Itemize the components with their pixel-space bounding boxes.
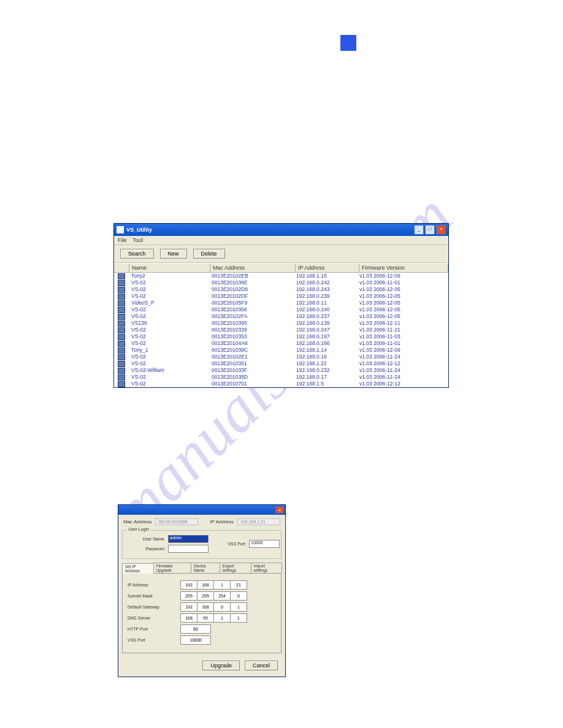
- settings-tabs: Set IP Address Firmware Upgrade Device N…: [122, 563, 282, 574]
- device-icon: [118, 374, 125, 381]
- device-icon: [118, 354, 125, 360]
- ipaddr-input[interactable]: [180, 580, 247, 590]
- vssport-input[interactable]: 10000: [249, 540, 280, 548]
- settings-dialog: × Mac Address 0013E2010388 IP Address 19…: [118, 504, 286, 677]
- table-row[interactable]: VS-020013E2010351192.168.1.22v1.03 2006-…: [114, 360, 448, 367]
- delete-button[interactable]: Delete: [193, 249, 225, 259]
- tab-fw-upgrade[interactable]: Firmware Upgrade: [153, 563, 191, 573]
- table-row[interactable]: Tony_10013E201039C192.168.1.14v1.03 2006…: [114, 347, 448, 354]
- group-title: User Login: [126, 527, 151, 531]
- device-list[interactable]: Tony20013E20102EB192.168.1.15v1.03 2006-…: [114, 273, 448, 387]
- close-button[interactable]: ×: [436, 225, 446, 235]
- window-title: VS_Utility: [126, 227, 152, 233]
- table-row[interactable]: VS-020013E20104A6192.168.0.166v1.03 2006…: [114, 340, 448, 347]
- tab-set-ip[interactable]: Set IP Address: [122, 563, 154, 574]
- table-row[interactable]: VS-020013E201038D192.168.0.17v1.03 2006-…: [114, 374, 448, 381]
- mac-label: Mac Address: [123, 519, 151, 525]
- username-input[interactable]: admin: [168, 535, 209, 543]
- table-row[interactable]: VS-020013E2010339192.168.0.247v1.03 2006…: [114, 327, 448, 333]
- password-label: Password: [128, 547, 168, 551]
- dialog-titlebar[interactable]: ×: [118, 505, 285, 515]
- user-login-group: User Login User Name admin Password VSS …: [122, 530, 282, 559]
- maximize-button[interactable]: □: [425, 225, 435, 235]
- table-row[interactable]: VS1390013E2010395192.168.0.139v1.03 2006…: [114, 320, 448, 327]
- tab-device-name[interactable]: Device Name: [191, 563, 220, 573]
- menu-tool[interactable]: Tool: [133, 237, 144, 243]
- ipaddr-label: IP Address: [128, 583, 180, 587]
- device-icon: [118, 307, 125, 313]
- device-icon: [118, 341, 125, 347]
- table-row[interactable]: VideoS_P0013E20105F9192.168.0.11v1.03 20…: [114, 300, 448, 306]
- subnet-input[interactable]: [180, 591, 247, 601]
- device-icon: [118, 347, 125, 354]
- device-icon: [118, 314, 125, 320]
- table-row[interactable]: VS-020013E20102FA192.168.0.237v1.03 2006…: [114, 313, 448, 320]
- device-icon: [118, 327, 125, 333]
- vssport2-input[interactable]: [180, 635, 211, 645]
- vs-utility-window: VS_Utility _ □ × File Tool Search New De…: [113, 223, 449, 388]
- upgrade-button[interactable]: Upgrade: [202, 661, 240, 670]
- col-name[interactable]: Name: [129, 264, 210, 272]
- subnet-label: Subnet Mask: [128, 594, 180, 598]
- col-fw[interactable]: Firmware Version: [359, 264, 448, 272]
- gateway-label: Default Gateway: [128, 605, 180, 609]
- dns-label: DNS Server: [128, 616, 180, 620]
- search-button[interactable]: Search: [120, 249, 154, 259]
- col-mac[interactable]: Mac Address: [210, 264, 296, 272]
- device-icon: [118, 361, 125, 367]
- username-label: User Name: [128, 537, 168, 541]
- table-row[interactable]: VS-020013E20102DF192.168.0.239v1.03 2006…: [114, 293, 448, 300]
- vssport-label: VSS Port: [209, 542, 249, 546]
- menubar: File Tool: [114, 236, 448, 245]
- table-row[interactable]: VS-020013E2010701192.168.1.5v1.03 2006-1…: [114, 381, 448, 387]
- table-row[interactable]: VS-020013E201036E192.168.0.242v1.03 2006…: [114, 279, 448, 286]
- ip-value: 192.168.1.21: [237, 518, 280, 525]
- device-icon: [118, 280, 125, 286]
- table-row[interactable]: VS-02-William0013E201033F192.168.0.232v1…: [114, 367, 448, 374]
- device-icon: [118, 320, 125, 327]
- device-icon: [118, 287, 125, 293]
- password-input[interactable]: [168, 545, 209, 553]
- gateway-input[interactable]: [180, 602, 247, 612]
- table-header: Name Mac Address IP Address Firmware Ver…: [114, 263, 448, 273]
- dns-input[interactable]: [180, 613, 247, 623]
- cancel-button[interactable]: Cancel: [245, 661, 278, 670]
- vssport2-label: VSS Port: [128, 638, 180, 642]
- table-row[interactable]: VS-020013E20102D9192.168.0.243v1.03 2006…: [114, 286, 448, 293]
- dialog-close-button[interactable]: ×: [275, 506, 284, 514]
- device-icon: [118, 294, 125, 300]
- table-row[interactable]: VS-020013E2010356192.168.0.240v1.03 2006…: [114, 306, 448, 313]
- ip-label: IP Address: [210, 519, 234, 525]
- tab-import[interactable]: Import settings: [251, 563, 282, 573]
- httpport-input[interactable]: [180, 624, 211, 634]
- httpport-label: HTTP Port: [128, 627, 180, 631]
- tab-content: IP Address Subnet Mask Default Gateway D…: [122, 574, 282, 653]
- minimize-button[interactable]: _: [414, 225, 424, 235]
- menu-file[interactable]: File: [118, 237, 127, 243]
- col-ip[interactable]: IP Address: [296, 264, 359, 272]
- device-icon: [118, 300, 125, 306]
- toolbar: Search New Delete: [114, 245, 448, 263]
- table-row[interactable]: VS-020013E20102E1192.168.0.16v1.03 2006-…: [114, 354, 448, 360]
- new-button[interactable]: New: [160, 249, 187, 259]
- page-accent: [340, 35, 356, 51]
- app-icon: [117, 226, 124, 233]
- device-icon: [118, 273, 125, 279]
- device-icon: [118, 381, 125, 387]
- titlebar[interactable]: VS_Utility _ □ ×: [114, 224, 448, 236]
- mac-value: 0013E2010388: [155, 518, 198, 525]
- device-icon: [118, 368, 125, 374]
- device-icon: [118, 334, 125, 340]
- tab-export[interactable]: Export settings: [220, 563, 251, 573]
- table-row[interactable]: VS-020013E2010353192.168.0.197v1.03 2006…: [114, 333, 448, 340]
- table-row[interactable]: Tony20013E20102EB192.168.1.15v1.03 2006-…: [114, 273, 448, 279]
- dialog-buttons: Upgrade Cancel: [118, 657, 285, 677]
